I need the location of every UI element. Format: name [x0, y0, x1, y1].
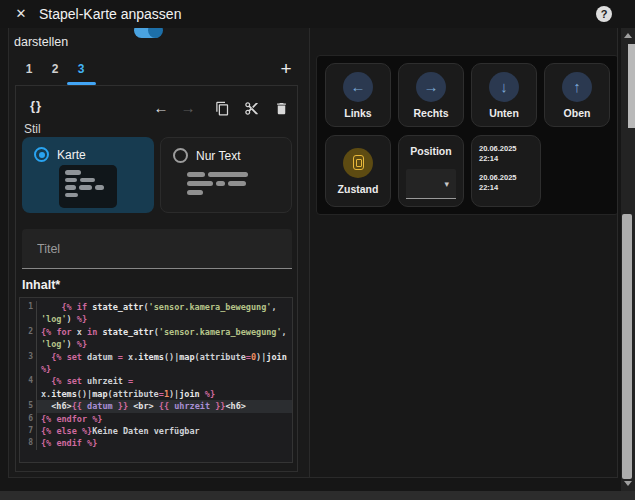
- undo-button[interactable]: ←: [152, 99, 170, 117]
- chevron-down-icon: ▾: [444, 180, 449, 189]
- template-editor[interactable]: 1 {% if state_attr('sensor.kamera_bewegu…: [19, 297, 293, 463]
- preview-card-label: Zustand: [338, 183, 379, 195]
- code-text: {% if state_attr('sensor.kamera_bewegung…: [37, 301, 292, 326]
- code-text: {% set datum = x.items()|map(attribute=0…: [37, 351, 292, 376]
- code-editor-button[interactable]: {}: [30, 98, 42, 113]
- toggle-knob: [148, 28, 163, 38]
- delete-button[interactable]: [272, 99, 290, 117]
- preview-card-oben[interactable]: ↑ Oben: [544, 63, 610, 127]
- radio-selected-icon: [34, 147, 49, 162]
- footer-strip: [0, 491, 635, 500]
- card-style-thumbnail: [59, 165, 117, 208]
- content-label: Inhalt*: [22, 278, 60, 292]
- scrollbar[interactable]: [621, 28, 635, 491]
- editor-line: 4 {% set uhrzeit = x.items()|map(attribu…: [20, 375, 292, 400]
- redo-button[interactable]: →: [179, 99, 197, 117]
- editor-line: 6{% endfor %}: [20, 413, 292, 425]
- code-text: {% endfor %}: [37, 413, 292, 425]
- preview-card-label: Position: [410, 145, 451, 157]
- code-text: {% for x in state_attr('sensor.kamera_be…: [37, 326, 292, 351]
- scrollbar-thumb-inner[interactable]: [628, 44, 635, 128]
- line-number: 4: [20, 375, 37, 400]
- copy-icon: [215, 101, 230, 116]
- tablet-glyph: [353, 155, 364, 170]
- dialog-header: ✕ Stapel-Karte anpassen ?: [0, 0, 635, 28]
- code-text: {% endif %}: [37, 437, 292, 449]
- code-text: <h6>{{ datum }} <br> {{ uhrzeit }}<h6>: [37, 400, 292, 412]
- close-icon[interactable]: ✕: [13, 6, 29, 22]
- arrow-left-icon: ←: [343, 72, 373, 102]
- cut-button[interactable]: [242, 99, 260, 117]
- preview-card-dates: 20.06.2025 22:14 20.06.2025 22:14: [471, 135, 541, 207]
- style-option-card-label: Karte: [57, 148, 86, 162]
- preview-column: ← Links → Rechts ↓ Unten ↑ Oben: [309, 28, 618, 478]
- line-number: 7: [20, 425, 37, 437]
- add-card-button[interactable]: +: [275, 58, 297, 80]
- code-text: {% else %}Keine Daten verfügbar: [37, 425, 292, 437]
- title-input[interactable]: [22, 229, 292, 269]
- text-style-thumbnail: [187, 172, 267, 195]
- help-icon[interactable]: ?: [596, 6, 612, 22]
- editor-line: 2{% for x in state_attr('sensor.kamera_b…: [20, 326, 292, 351]
- preview-card-position[interactable]: Position ▾: [398, 135, 464, 207]
- scrollbar-thumb-main[interactable]: [622, 214, 632, 479]
- card-editor-dialog: ✕ Stapel-Karte anpassen ? darstellen 1 2…: [0, 0, 635, 500]
- style-label: Stil: [24, 122, 41, 136]
- editor-line: 5 <h6>{{ datum }} <br> {{ uhrzeit }}<h6>: [20, 400, 292, 412]
- display-toggle[interactable]: [134, 28, 162, 38]
- scroll-down-arrow[interactable]: [624, 481, 632, 486]
- tab-content: {} ← → Stil Karte: [15, 85, 298, 472]
- trash-icon: [274, 101, 289, 116]
- time-value: 22:14: [479, 183, 498, 193]
- editor-line: 3 {% set datum = x.items()|map(attribute…: [20, 351, 292, 376]
- config-column: darstellen 1 2 3 + {} ← →: [9, 28, 309, 478]
- line-number: 2: [20, 326, 37, 351]
- dialog-title: Stapel-Karte anpassen: [39, 6, 181, 22]
- card-tabs: 1 2 3 +: [9, 56, 309, 85]
- code-text: {% set uhrzeit = x.items()|map(attribute…: [37, 375, 292, 400]
- radio-unselected-icon: [173, 148, 188, 163]
- preview-row-2: Zustand Position ▾ 20.06.2025 22:14 20.0…: [325, 135, 541, 207]
- preview-card-label: Unten: [489, 107, 519, 119]
- preview-card-label: Oben: [564, 107, 591, 119]
- preview-card-rechts[interactable]: → Rechts: [398, 63, 464, 127]
- date-value: 20.06.2025: [479, 173, 517, 183]
- tablet-icon: [343, 148, 373, 178]
- date-value: 20.06.2025: [479, 144, 517, 154]
- line-number: 5: [20, 400, 37, 412]
- line-number: 6: [20, 413, 37, 425]
- line-number: 1: [20, 301, 37, 326]
- arrow-down-icon: ↓: [489, 72, 519, 102]
- editor-line: 1 {% if state_attr('sensor.kamera_bewegu…: [20, 301, 292, 326]
- editor-line: 8{% endif %}: [20, 437, 292, 449]
- tab-2[interactable]: 2: [47, 62, 63, 76]
- style-option-text[interactable]: Nur Text: [160, 137, 292, 213]
- arrow-up-icon: ↑: [562, 72, 592, 102]
- radio-dot: [39, 152, 45, 158]
- editor-line: 7{% else %}Keine Daten verfügbar: [20, 425, 292, 437]
- style-option-card[interactable]: Karte: [22, 137, 154, 213]
- preview-row-1: ← Links → Rechts ↓ Unten ↑ Oben: [325, 63, 610, 127]
- card-preview: ← Links → Rechts ↓ Unten ↑ Oben: [316, 55, 618, 215]
- tab-1[interactable]: 1: [21, 62, 37, 76]
- preview-card-zustand[interactable]: Zustand: [325, 135, 391, 207]
- line-number: 8: [20, 437, 37, 449]
- position-select[interactable]: ▾: [406, 169, 456, 199]
- preview-card-label: Links: [344, 107, 371, 119]
- preview-card-unten[interactable]: ↓ Unten: [471, 63, 537, 127]
- preview-card-links[interactable]: ← Links: [325, 63, 391, 127]
- copy-button[interactable]: [213, 99, 231, 117]
- line-number: 3: [20, 351, 37, 376]
- tab-3[interactable]: 3: [73, 62, 89, 76]
- display-label: darstellen: [14, 35, 68, 49]
- cut-icon: [244, 101, 259, 116]
- time-value: 22:14: [479, 154, 498, 164]
- arrow-right-icon: →: [416, 72, 446, 102]
- dialog-body: darstellen 1 2 3 + {} ← →: [8, 28, 618, 478]
- style-option-text-label: Nur Text: [196, 149, 240, 163]
- scroll-up-arrow[interactable]: [624, 33, 632, 38]
- preview-card-label: Rechts: [413, 107, 448, 119]
